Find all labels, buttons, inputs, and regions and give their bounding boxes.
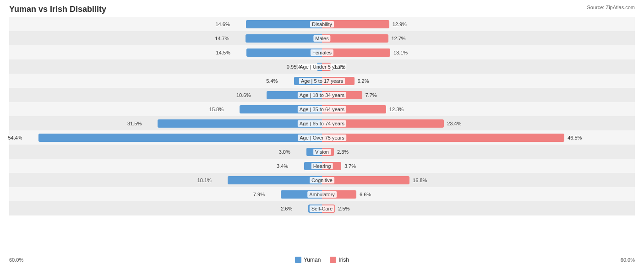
val-right: 12.3% [389,107,404,112]
bar-label: Hearing [311,163,333,169]
source-label: Source: ZipAtlas.com [587,5,635,10]
bar-label: Age | Over 75 years [298,135,346,141]
chart-row: Cognitive18.1%16.8% [9,173,635,187]
legend: Yuman Irish [295,257,349,263]
val-right: 13.1% [393,50,408,55]
val-right: 7.7% [365,92,377,98]
chart-row: Age | 35 to 64 years15.8%12.3% [9,102,635,116]
val-right: 6.2% [357,78,369,84]
val-right: 12.9% [393,22,407,27]
val-right: 23.4% [447,121,461,126]
bar-label: Ambulatory [307,191,337,198]
val-left: 15.8% [205,107,224,112]
bar-left [38,134,322,142]
chart-footer: 60.0% Yuman Irish 60.0% [9,257,635,263]
chart-area: Disability14.6%12.9%Males14.7%12.7%Femal… [9,17,635,255]
chart-row: Ambulatory7.9%6.6% [9,187,635,201]
val-right: 2.3% [337,149,349,155]
val-left: 5.4% [259,78,278,84]
irish-label: Irish [338,257,349,263]
val-left: 54.4% [4,135,22,140]
bar-label: Males [313,35,330,42]
chart-row: Age | 18 to 34 years10.6%7.7% [9,88,635,102]
bar-label: Vision [313,149,331,155]
bar-label: Age | 18 to 34 years [298,92,346,98]
irish-color-box [330,257,336,263]
val-right: 12.7% [391,36,405,41]
bar-left [246,34,322,43]
val-left: 3.4% [270,163,288,169]
val-left: 14.7% [211,36,229,41]
val-right: 6.6% [360,192,371,197]
page-title: Yuman vs Irish Disability [9,5,635,14]
val-left: 3.0% [272,149,290,155]
yuman-color-box [295,257,301,263]
chart-row: Females14.5%13.1% [9,45,635,59]
bar-label: Disability [310,21,334,27]
chart-row: Age | Over 75 years54.4%46.5% [9,130,635,145]
bar-label: Age | 5 to 17 years [299,78,345,84]
val-left: 18.1% [193,178,212,183]
val-left: 31.5% [123,121,142,126]
val-left: 7.9% [246,192,265,197]
yuman-label: Yuman [304,257,321,263]
val-right: 2.5% [338,206,349,211]
bar-right [322,34,388,43]
bar-left [228,176,322,184]
left-scale: 60.0% [9,257,23,263]
chart-row: Hearing3.4%3.7% [9,159,635,173]
val-left: 2.6% [274,206,292,211]
chart-row: Age | Under 5 years0.95%1.7% [9,59,635,74]
chart-row: Self-Care2.6%2.5% [9,201,635,215]
val-right: 16.8% [413,178,427,183]
chart-row: Age | 65 to 74 years31.5%23.4% [9,116,635,130]
legend-yuman: Yuman [295,257,321,263]
bar-right [322,134,564,142]
bar-label: Cognitive [310,177,334,183]
chart-row: Age | 5 to 17 years5.4%6.2% [9,74,635,88]
chart-row: Disability14.6%12.9% [9,17,635,31]
legend-irish: Irish [330,257,349,263]
page-container: Yuman vs Irish Disability Source: ZipAtl… [0,0,644,280]
bar-label: Females [311,49,333,56]
bar-label: Self-Care [310,205,334,212]
val-left: 0.95% [283,64,301,70]
val-left: 10.6% [232,92,251,98]
chart-row: Vision3.0%2.3% [9,145,635,159]
val-left: 14.5% [212,50,230,55]
right-scale: 60.0% [621,257,635,263]
val-left: 14.6% [212,22,230,27]
chart-row: Males14.7%12.7% [9,31,635,45]
val-right: 46.5% [568,135,582,140]
bar-label: Age | 35 to 64 years [298,106,346,113]
val-right: 3.7% [344,163,356,169]
bar-right [322,176,409,184]
bar-label: Age | 65 to 74 years [298,120,346,127]
val-right: 1.7% [334,64,345,70]
